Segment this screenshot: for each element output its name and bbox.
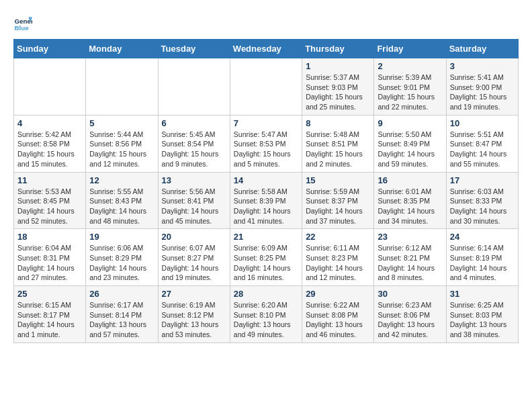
calendar-cell: 17Sunrise: 6:03 AM Sunset: 8:33 PM Dayli… — [446, 172, 518, 229]
day-info: Sunrise: 5:51 AM Sunset: 8:47 PM Dayligh… — [450, 130, 515, 169]
day-info: Sunrise: 5:56 AM Sunset: 8:41 PM Dayligh… — [162, 187, 226, 226]
day-number: 10 — [450, 118, 515, 128]
calendar-week-row: 18Sunrise: 6:04 AM Sunset: 8:31 PM Dayli… — [14, 229, 519, 286]
day-info: Sunrise: 5:39 AM Sunset: 9:01 PM Dayligh… — [378, 73, 442, 112]
day-number: 28 — [234, 289, 298, 299]
day-number: 24 — [450, 232, 515, 242]
calendar-week-row: 11Sunrise: 5:53 AM Sunset: 8:45 PM Dayli… — [14, 172, 519, 229]
day-info: Sunrise: 6:14 AM Sunset: 8:19 PM Dayligh… — [450, 243, 515, 283]
day-info: Sunrise: 6:03 AM Sunset: 8:33 PM Dayligh… — [450, 187, 515, 226]
day-info: Sunrise: 5:59 AM Sunset: 8:37 PM Dayligh… — [306, 187, 370, 226]
calendar-cell: 15Sunrise: 5:59 AM Sunset: 8:37 PM Dayli… — [302, 172, 374, 229]
weekday-header: Wednesday — [230, 40, 302, 58]
calendar-table: SundayMondayTuesdayWednesdayThursdayFrid… — [13, 39, 519, 343]
day-info: Sunrise: 6:25 AM Sunset: 8:03 PM Dayligh… — [450, 300, 515, 340]
calendar-cell: 4Sunrise: 5:42 AM Sunset: 8:58 PM Daylig… — [14, 115, 86, 172]
calendar-cell: 16Sunrise: 6:01 AM Sunset: 8:35 PM Dayli… — [374, 172, 446, 229]
calendar-week-row: 4Sunrise: 5:42 AM Sunset: 8:58 PM Daylig… — [14, 115, 519, 172]
day-number: 16 — [378, 175, 442, 185]
logo: General Blue — [13, 13, 35, 32]
day-number: 15 — [306, 175, 370, 185]
day-number: 8 — [306, 118, 370, 128]
calendar-cell: 20Sunrise: 6:07 AM Sunset: 8:27 PM Dayli… — [158, 229, 230, 286]
day-info: Sunrise: 5:45 AM Sunset: 8:54 PM Dayligh… — [162, 130, 226, 169]
day-number: 19 — [89, 232, 154, 242]
day-info: Sunrise: 5:58 AM Sunset: 8:39 PM Dayligh… — [234, 187, 298, 226]
weekday-header: Sunday — [14, 40, 86, 58]
calendar-cell: 28Sunrise: 6:20 AM Sunset: 8:10 PM Dayli… — [230, 286, 302, 343]
day-number: 12 — [89, 175, 154, 185]
day-info: Sunrise: 6:09 AM Sunset: 8:25 PM Dayligh… — [234, 243, 298, 283]
calendar-week-row: 25Sunrise: 6:15 AM Sunset: 8:17 PM Dayli… — [14, 286, 519, 343]
calendar-cell: 3Sunrise: 5:41 AM Sunset: 9:00 PM Daylig… — [446, 58, 518, 116]
day-info: Sunrise: 6:19 AM Sunset: 8:12 PM Dayligh… — [162, 300, 226, 340]
day-info: Sunrise: 6:17 AM Sunset: 8:14 PM Dayligh… — [89, 300, 154, 340]
day-number: 18 — [17, 232, 82, 242]
day-info: Sunrise: 6:22 AM Sunset: 8:08 PM Dayligh… — [306, 300, 370, 340]
calendar-cell: 7Sunrise: 5:47 AM Sunset: 8:53 PM Daylig… — [230, 115, 302, 172]
calendar-cell: 8Sunrise: 5:48 AM Sunset: 8:51 PM Daylig… — [302, 115, 374, 172]
day-number: 29 — [306, 289, 370, 299]
day-info: Sunrise: 5:47 AM Sunset: 8:53 PM Dayligh… — [234, 130, 298, 169]
day-info: Sunrise: 5:50 AM Sunset: 8:49 PM Dayligh… — [378, 130, 442, 169]
day-number: 2 — [378, 61, 442, 71]
calendar-cell — [14, 58, 86, 116]
calendar-cell: 22Sunrise: 6:11 AM Sunset: 8:23 PM Dayli… — [302, 229, 374, 286]
calendar-cell: 10Sunrise: 5:51 AM Sunset: 8:47 PM Dayli… — [446, 115, 518, 172]
calendar-cell: 2Sunrise: 5:39 AM Sunset: 9:01 PM Daylig… — [374, 58, 446, 116]
day-info: Sunrise: 5:37 AM Sunset: 9:03 PM Dayligh… — [306, 73, 370, 112]
day-info: Sunrise: 6:12 AM Sunset: 8:21 PM Dayligh… — [378, 243, 442, 283]
day-info: Sunrise: 6:20 AM Sunset: 8:10 PM Dayligh… — [234, 300, 298, 340]
calendar-cell: 23Sunrise: 6:12 AM Sunset: 8:21 PM Dayli… — [374, 229, 446, 286]
day-number: 23 — [378, 232, 442, 242]
day-number: 30 — [378, 289, 442, 299]
day-info: Sunrise: 5:53 AM Sunset: 8:45 PM Dayligh… — [17, 187, 82, 226]
logo-icon: General Blue — [13, 13, 32, 32]
calendar-cell: 13Sunrise: 5:56 AM Sunset: 8:41 PM Dayli… — [158, 172, 230, 229]
day-number: 27 — [162, 289, 226, 299]
weekday-header: Thursday — [302, 40, 374, 58]
day-number: 5 — [89, 118, 154, 128]
day-info: Sunrise: 5:48 AM Sunset: 8:51 PM Dayligh… — [306, 130, 370, 169]
svg-text:Blue: Blue — [14, 24, 29, 32]
calendar-cell: 27Sunrise: 6:19 AM Sunset: 8:12 PM Dayli… — [158, 286, 230, 343]
page-header: General Blue — [13, 13, 519, 32]
day-info: Sunrise: 5:44 AM Sunset: 8:56 PM Dayligh… — [89, 130, 154, 169]
day-number: 13 — [162, 175, 226, 185]
calendar-cell: 30Sunrise: 6:23 AM Sunset: 8:06 PM Dayli… — [374, 286, 446, 343]
day-info: Sunrise: 5:42 AM Sunset: 8:58 PM Dayligh… — [17, 130, 82, 169]
calendar-cell: 6Sunrise: 5:45 AM Sunset: 8:54 PM Daylig… — [158, 115, 230, 172]
day-info: Sunrise: 6:15 AM Sunset: 8:17 PM Dayligh… — [17, 300, 82, 340]
day-number: 9 — [378, 118, 442, 128]
day-info: Sunrise: 5:55 AM Sunset: 8:43 PM Dayligh… — [89, 187, 154, 226]
day-number: 11 — [17, 175, 82, 185]
day-number: 20 — [162, 232, 226, 242]
calendar-cell: 12Sunrise: 5:55 AM Sunset: 8:43 PM Dayli… — [86, 172, 158, 229]
weekday-header: Saturday — [446, 40, 518, 58]
day-info: Sunrise: 6:01 AM Sunset: 8:35 PM Dayligh… — [378, 187, 442, 226]
weekday-header: Friday — [374, 40, 446, 58]
day-number: 6 — [162, 118, 226, 128]
calendar-cell: 5Sunrise: 5:44 AM Sunset: 8:56 PM Daylig… — [86, 115, 158, 172]
day-number: 14 — [234, 175, 298, 185]
day-info: Sunrise: 5:41 AM Sunset: 9:00 PM Dayligh… — [450, 73, 515, 112]
day-info: Sunrise: 6:06 AM Sunset: 8:29 PM Dayligh… — [89, 243, 154, 283]
day-number: 22 — [306, 232, 370, 242]
day-number: 3 — [450, 61, 515, 71]
day-number: 25 — [17, 289, 82, 299]
calendar-cell: 29Sunrise: 6:22 AM Sunset: 8:08 PM Dayli… — [302, 286, 374, 343]
calendar-week-row: 1Sunrise: 5:37 AM Sunset: 9:03 PM Daylig… — [14, 58, 519, 116]
day-number: 31 — [450, 289, 515, 299]
weekday-header: Monday — [86, 40, 158, 58]
day-info: Sunrise: 6:07 AM Sunset: 8:27 PM Dayligh… — [162, 243, 226, 283]
calendar-cell — [86, 58, 158, 116]
day-info: Sunrise: 6:04 AM Sunset: 8:31 PM Dayligh… — [17, 243, 82, 283]
day-number: 21 — [234, 232, 298, 242]
calendar-cell: 18Sunrise: 6:04 AM Sunset: 8:31 PM Dayli… — [14, 229, 86, 286]
calendar-cell: 21Sunrise: 6:09 AM Sunset: 8:25 PM Dayli… — [230, 229, 302, 286]
day-number: 26 — [89, 289, 154, 299]
weekday-header: Tuesday — [158, 40, 230, 58]
day-info: Sunrise: 6:23 AM Sunset: 8:06 PM Dayligh… — [378, 300, 442, 340]
calendar-cell — [230, 58, 302, 116]
day-info: Sunrise: 6:11 AM Sunset: 8:23 PM Dayligh… — [306, 243, 370, 283]
